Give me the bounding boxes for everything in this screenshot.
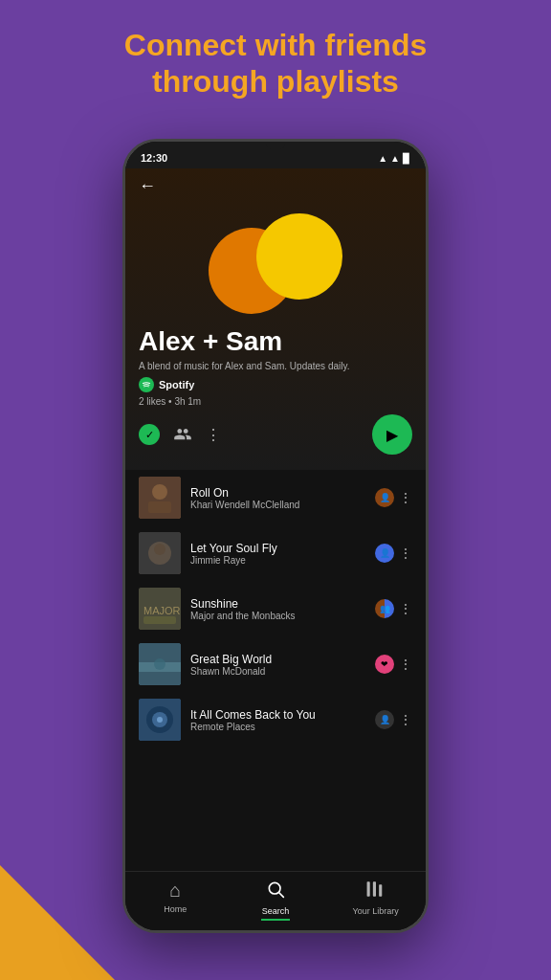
- signal-icon: ▲: [378, 153, 387, 164]
- stats-row: 2 likes • 3h 1m: [125, 396, 426, 407]
- circle-yellow: [256, 213, 342, 300]
- library-label: Your Library: [353, 906, 399, 916]
- brand-name: Spotify: [159, 379, 194, 390]
- track-artist: Remote Places: [190, 722, 365, 732]
- svg-point-15: [157, 717, 163, 723]
- playlist-artwork: [125, 204, 426, 319]
- svg-rect-19: [373, 881, 376, 897]
- status-icons: ▲ ▲ ▉: [378, 153, 410, 164]
- phone-frame: 12:30 ▲ ▲ ▉ ← Alex + Sam A blend of musi…: [122, 139, 429, 933]
- add-friend-button[interactable]: [173, 425, 192, 444]
- track-name: Let Your Soul Fly: [190, 542, 365, 555]
- track-thumbnail: [139, 477, 181, 519]
- track-item: Let Your Soul Fly Jimmie Raye 👤 ⋮: [125, 525, 426, 581]
- user-avatar: 👤: [375, 544, 394, 563]
- track-info: Great Big World Shawn McDonald: [190, 653, 365, 677]
- track-name: Sunshine: [190, 597, 365, 611]
- svg-rect-18: [366, 881, 369, 897]
- play-button[interactable]: ▶: [372, 414, 412, 455]
- bg-decoration: [0, 865, 115, 980]
- playlist-description: A blend of music for Alex and Sam. Updat…: [125, 361, 426, 371]
- track-info: It All Comes Back to You Remote Places: [190, 708, 365, 732]
- track-actions: 👤 ⋮: [375, 544, 412, 563]
- track-name: Great Big World: [190, 653, 365, 666]
- svg-rect-20: [379, 884, 382, 897]
- track-item: It All Comes Back to You Remote Places 👤…: [125, 692, 426, 747]
- nav-home[interactable]: ⌂ Home: [125, 880, 226, 921]
- svg-line-17: [279, 893, 284, 898]
- back-button[interactable]: ←: [125, 168, 426, 204]
- svg-text:MAJOR: MAJOR: [143, 605, 181, 616]
- svg-point-5: [154, 544, 165, 555]
- track-name: It All Comes Back to You: [190, 708, 365, 722]
- header-title: Connect with friends through playlists: [0, 27, 551, 100]
- home-label: Home: [164, 904, 187, 914]
- track-info: Let Your Soul Fly Jimmie Raye: [190, 542, 365, 566]
- track-actions: 👤 ⋮: [375, 488, 412, 507]
- battery-icon: ▉: [403, 153, 410, 164]
- nav-search[interactable]: Search: [226, 880, 326, 921]
- svg-rect-8: [143, 616, 176, 624]
- track-item: MAJOR Sunshine Major and the Monbacks 👥 …: [125, 581, 426, 636]
- camera-notch: [266, 142, 285, 149]
- track-thumbnail: [139, 699, 181, 741]
- phone-screen: 12:30 ▲ ▲ ▉ ← Alex + Sam A blend of musi…: [125, 142, 426, 930]
- track-name: Roll On: [190, 486, 365, 500]
- track-actions: ❤ ⋮: [375, 655, 412, 674]
- svg-rect-2: [148, 501, 171, 513]
- track-artist: Major and the Monbacks: [190, 611, 365, 621]
- svg-point-1: [152, 484, 167, 500]
- track-more-button[interactable]: ⋮: [399, 712, 412, 727]
- track-thumbnail: [139, 643, 181, 685]
- spotify-logo: [139, 377, 154, 392]
- track-item: Roll On Khari Wendell McClelland 👤 ⋮: [125, 470, 426, 525]
- user-avatar: 👤: [375, 488, 394, 507]
- track-info: Sunshine Major and the Monbacks: [190, 597, 365, 621]
- status-time: 12:30: [141, 152, 167, 164]
- bottom-navigation: ⌂ Home Search: [125, 871, 426, 930]
- track-more-button[interactable]: ⋮: [399, 546, 412, 561]
- library-icon: [365, 880, 386, 903]
- search-icon: [266, 880, 285, 903]
- track-item: Great Big World Shawn McDonald ❤ ⋮: [125, 636, 426, 692]
- header-section: Connect with friends through playlists: [0, 27, 551, 100]
- wifi-icon: ▲: [390, 153, 400, 164]
- active-indicator: [261, 919, 290, 921]
- controls-row: ✓ ⋮ ▶: [125, 414, 426, 455]
- brand-row: Spotify: [125, 377, 426, 392]
- more-options-button[interactable]: ⋮: [206, 426, 221, 444]
- track-actions: 👥 ⋮: [375, 599, 412, 618]
- track-more-button[interactable]: ⋮: [399, 490, 412, 505]
- track-artist: Khari Wendell McClelland: [190, 500, 365, 510]
- check-button[interactable]: ✓: [139, 424, 160, 445]
- svg-point-11: [154, 658, 165, 670]
- nav-library[interactable]: Your Library: [325, 880, 426, 921]
- user-avatars: 👥: [375, 599, 394, 618]
- playlist-title: Alex + Sam: [125, 326, 426, 357]
- track-list: Roll On Khari Wendell McClelland 👤 ⋮: [125, 470, 426, 871]
- home-icon: ⌂: [169, 880, 181, 902]
- track-more-button[interactable]: ⋮: [399, 601, 412, 616]
- hero-area: ← Alex + Sam A blend of music for Alex a…: [125, 168, 426, 470]
- search-label: Search: [262, 906, 290, 916]
- track-info: Roll On Khari Wendell McClelland: [190, 486, 365, 510]
- track-artist: Jimmie Raye: [190, 555, 365, 566]
- user-avatar: 👤: [375, 710, 394, 729]
- track-actions: 👤 ⋮: [375, 710, 412, 729]
- track-thumbnail: [139, 532, 181, 574]
- track-more-button[interactable]: ⋮: [399, 657, 412, 672]
- track-thumbnail: MAJOR: [139, 588, 181, 630]
- track-artist: Shawn McDonald: [190, 666, 365, 677]
- user-avatar: ❤: [375, 655, 394, 674]
